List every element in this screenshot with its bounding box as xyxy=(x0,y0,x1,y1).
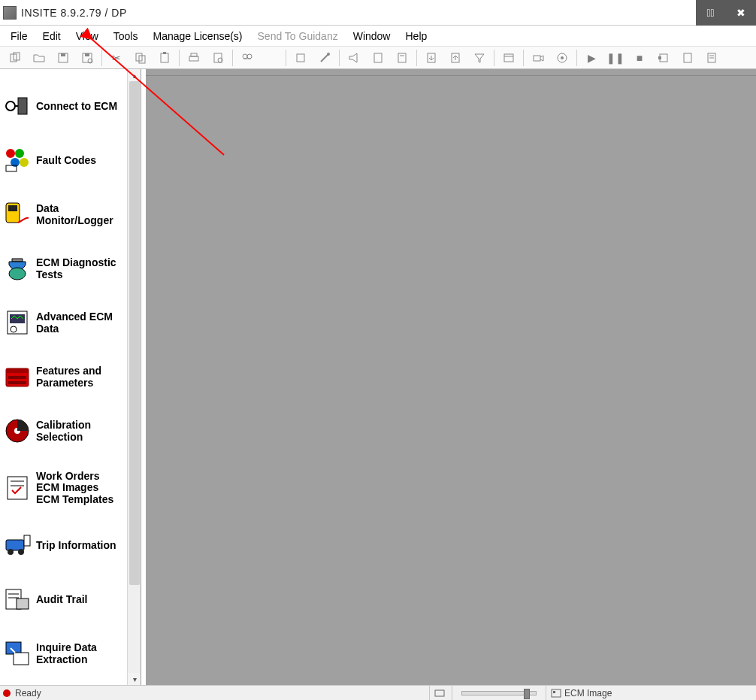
svg-rect-9 xyxy=(161,53,168,62)
scroll-thumb[interactable] xyxy=(129,81,140,585)
tb-play-icon[interactable]: ▶ xyxy=(581,49,602,67)
tb-window[interactable] xyxy=(498,49,519,67)
toolbar-separator xyxy=(494,50,494,66)
tb-doc1[interactable] xyxy=(367,49,389,67)
tb-print-preview[interactable] xyxy=(207,49,228,67)
tb-report-import[interactable] xyxy=(445,49,466,67)
menu-view[interactable]: View xyxy=(68,27,106,45)
tb-find[interactable] xyxy=(237,49,258,67)
sidebar-item-connect-ecm[interactable]: Connect to ECM xyxy=(0,77,128,131)
sidebar-item-data-monitor[interactable]: Data Monitor/Logger xyxy=(0,185,128,239)
menu-manage-licenses[interactable]: Manage License(s) xyxy=(145,27,249,45)
sidebar-label: Inquire Data Extraction xyxy=(36,641,125,665)
tb-stop-icon[interactable]: ■ xyxy=(629,49,650,67)
status-slider[interactable] xyxy=(461,691,537,695)
scroll-down-icon[interactable]: ▾ xyxy=(128,673,141,685)
sidebar-item-work-orders[interactable]: Work OrdersECM ImagesECM Templates xyxy=(0,456,128,516)
toolbar: ✂ ▶ ❚❚ ■ xyxy=(0,47,756,69)
tb-export-icon[interactable] xyxy=(677,49,698,67)
svg-rect-57 xyxy=(8,477,27,499)
toolbar-separator xyxy=(179,50,180,66)
tb-copy[interactable] xyxy=(130,49,151,67)
sidebar-label: Calibration Selection xyxy=(36,419,125,443)
sidebar-item-calibration[interactable]: Calibration Selection xyxy=(0,402,128,456)
sidebar-scrollbar[interactable]: ▴ ▾ xyxy=(127,69,141,685)
status-ecm-image-pane: ECM Image xyxy=(546,686,756,700)
tb-record-icon[interactable] xyxy=(653,49,674,67)
sidebar-item-obd-monitors[interactable]: OBD OBD Monitors xyxy=(0,678,128,685)
menu-window[interactable]: Window xyxy=(346,27,398,45)
sidebar-label: Fault Codes xyxy=(36,154,96,166)
data-monitor-icon xyxy=(3,200,32,229)
svg-point-38 xyxy=(6,102,15,111)
app-icon xyxy=(3,6,17,20)
menu-tools[interactable]: Tools xyxy=(106,27,146,45)
sidebar-item-fault-codes[interactable]: Fault Codes xyxy=(0,131,128,185)
menubar: File Edit View Tools Manage License(s) S… xyxy=(0,26,756,47)
toolbar-separator xyxy=(576,50,577,66)
close-icon[interactable]: ✖ xyxy=(736,7,745,19)
tb-properties-icon[interactable] xyxy=(701,49,722,67)
tb-new-connection[interactable] xyxy=(5,49,26,67)
sidebar-item-ecm-diagnostic[interactable]: ECM Diagnostic Tests xyxy=(0,239,128,293)
sidebar-label: Connect to ECM xyxy=(36,100,117,112)
menu-file[interactable]: File xyxy=(3,27,35,45)
svg-rect-60 xyxy=(6,540,24,550)
svg-rect-32 xyxy=(658,56,661,59)
guide-icon[interactable]: ▶⃒ xyxy=(706,7,714,19)
sidebar-label: Trip Information xyxy=(36,539,116,551)
tb-filter[interactable] xyxy=(469,49,490,67)
tb-report-export[interactable] xyxy=(421,49,442,67)
tb-doc2[interactable] xyxy=(392,49,413,67)
svg-rect-54 xyxy=(8,381,26,384)
svg-rect-28 xyxy=(534,56,540,61)
tb-pause-icon[interactable]: ❚❚ xyxy=(605,49,626,67)
calibration-icon xyxy=(3,417,32,445)
fault-codes-icon xyxy=(3,146,32,174)
tb-wand[interactable] xyxy=(314,49,335,67)
window-buttons: ▶⃒ ✖ xyxy=(696,0,756,26)
svg-rect-67 xyxy=(17,598,29,609)
svg-rect-11 xyxy=(191,53,197,56)
statusbar: Ready ECM Image xyxy=(0,685,756,700)
svg-point-16 xyxy=(247,54,252,59)
sidebar-item-inquire-data[interactable]: Inquire Data Extraction xyxy=(0,624,128,678)
tb-disc[interactable] xyxy=(552,49,573,67)
tb-save[interactable] xyxy=(53,49,74,67)
tb-print[interactable] xyxy=(183,49,204,67)
tb-cal-select[interactable] xyxy=(290,49,311,67)
work-orders-icon xyxy=(3,474,32,502)
sidebar-item-audit-trail[interactable]: Audit Trail xyxy=(0,570,128,624)
toolbar-separator xyxy=(416,50,417,66)
mdi-content-area xyxy=(146,69,756,685)
svg-point-62 xyxy=(18,549,24,555)
status-ready-text: Ready xyxy=(15,688,41,698)
svg-point-15 xyxy=(243,54,247,59)
tb-open[interactable] xyxy=(29,49,50,67)
svg-point-20 xyxy=(327,53,330,56)
sidebar-item-trip-info[interactable]: Trip Information xyxy=(0,516,128,570)
tb-cut[interactable]: ✂ xyxy=(106,49,127,67)
svg-point-41 xyxy=(15,149,24,158)
status-ecm-image-text: ECM Image xyxy=(564,688,612,698)
tb-find-next[interactable] xyxy=(261,49,282,67)
sidebar-item-features-params[interactable]: Features and Parameters xyxy=(0,347,128,402)
sidebar-label: Advanced ECM Data xyxy=(36,311,125,335)
sidebar-label: Data Monitor/Logger xyxy=(36,202,125,226)
scroll-up-icon[interactable]: ▴ xyxy=(128,69,141,81)
tb-save-as[interactable] xyxy=(77,49,98,67)
svg-rect-33 xyxy=(684,53,691,62)
tb-announce[interactable] xyxy=(343,49,364,67)
sidebar-label: ECM Diagnostic Tests xyxy=(36,256,125,280)
tb-camera[interactable] xyxy=(528,49,549,67)
svg-rect-52 xyxy=(6,368,29,373)
menu-help[interactable]: Help xyxy=(398,27,434,45)
svg-rect-69 xyxy=(14,653,29,665)
sidebar-item-advanced-ecm[interactable]: Advanced ECM Data xyxy=(0,293,128,347)
svg-line-19 xyxy=(321,54,328,62)
svg-rect-26 xyxy=(504,54,513,62)
tb-paste[interactable] xyxy=(154,49,175,67)
status-pane-1 xyxy=(429,686,452,700)
svg-rect-22 xyxy=(398,53,406,62)
menu-edit[interactable]: Edit xyxy=(35,27,68,45)
